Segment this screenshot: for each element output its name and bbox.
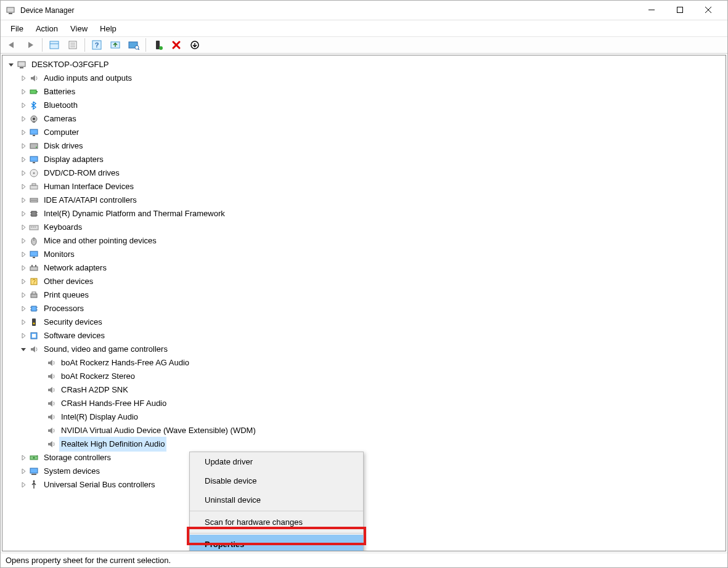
tree-category-node[interactable]: Intel(R) Dynamic Platform and Thermal Fr… [4,207,724,221]
tree-node-label: System devices [42,464,102,479]
properties-button[interactable] [64,38,81,52]
expander-icon[interactable] [18,222,28,232]
tree-device-node[interactable]: Intel(R) Display Audio [4,410,724,424]
svg-rect-65 [32,318,36,326]
close-button[interactable] [694,0,722,20]
security-icon [28,317,39,328]
expander-icon[interactable] [18,277,28,286]
tree-device-node[interactable]: CRasH Hands-Free HF Audio [4,397,724,410]
expander-icon[interactable] [18,466,28,476]
tree-node-label: Computer [42,125,81,140]
svg-rect-72 [31,474,36,475]
tree-category-node[interactable]: Sound, video and game controllers [4,343,724,356]
menu-action[interactable]: Action [30,22,64,36]
expander-icon[interactable] [18,128,28,137]
svg-point-35 [33,172,35,174]
svg-rect-53 [30,267,38,270]
svg-rect-54 [31,265,33,267]
tree-category-node[interactable]: Disk drives [4,139,724,153]
tree-category-node[interactable]: Monitors [4,248,724,261]
tree-node-label: Bluetooth [42,98,80,113]
tree-device-node[interactable]: boAt Rockerz Hands-Free AG Audio [4,356,724,370]
expander-icon[interactable] [18,182,28,192]
tree-category-node[interactable]: Audio inputs and outputs [4,71,724,85]
expander-icon[interactable] [18,87,28,97]
expander-icon[interactable] [18,73,28,83]
tree-node-label: Keyboards [42,220,84,235]
minimize-button[interactable] [637,0,666,20]
tree-category-node[interactable]: Storage controllers [4,451,724,465]
forward-button[interactable] [22,38,39,52]
tree-category-node[interactable]: Mice and other pointing devices [4,234,724,248]
show-hidden-button[interactable] [46,38,63,52]
tree-category-node[interactable]: Processors [4,302,724,315]
disable-device-button[interactable] [186,38,203,52]
device-tree[interactable]: DESKTOP-O3FGFLPAudio inputs and outputsB… [2,55,726,494]
expander-icon[interactable] [18,141,28,151]
menu-view[interactable]: View [64,22,94,36]
tree-category-node[interactable]: Bluetooth [4,99,724,112]
context-menu-item[interactable]: Properties [190,535,363,551]
tree-device-node[interactable]: CRasH A2DP SNK [4,383,724,397]
expander-icon[interactable] [18,250,28,259]
uninstall-device-button[interactable] [168,38,185,52]
tree-category-node[interactable]: System devices [4,465,724,478]
expander-icon[interactable] [18,209,28,219]
tree-category-node[interactable]: ?Other devices [4,275,724,288]
svg-text:?: ? [95,41,99,49]
update-driver-button[interactable] [107,38,124,52]
maximize-button[interactable] [666,0,694,20]
tree-category-node[interactable]: Display adapters [4,153,724,166]
expander-icon[interactable] [18,195,28,205]
expander-icon[interactable] [18,100,28,110]
tree-category-node[interactable]: Network adapters [4,261,724,275]
svg-rect-46 [31,227,32,227]
expander-icon[interactable] [18,155,28,164]
expander-icon[interactable] [18,236,28,246]
expander-icon[interactable] [18,453,28,463]
tree-category-node[interactable]: Batteries [4,85,724,99]
expander-icon[interactable] [18,304,28,314]
tree-node-label: Print queues [42,288,91,302]
expander-icon[interactable] [18,331,28,341]
context-menu-item[interactable]: Disable device [190,471,363,490]
tree-device-node[interactable]: Realtek High Definition Audio [4,437,724,451]
hid-icon [28,181,39,192]
context-menu-item[interactable]: Scan for hardware changes [190,513,363,532]
tree-category-node[interactable]: Keyboards [4,221,724,234]
menu-file[interactable]: File [4,22,30,36]
keyboard-icon [28,222,39,233]
back-button[interactable] [3,38,20,52]
help-button[interactable]: ? [88,38,105,52]
expander-icon[interactable] [18,168,28,178]
expander-icon[interactable] [18,263,28,273]
expander-spacer [36,371,46,381]
tree-category-node[interactable]: Human Interface Devices [4,180,724,193]
scan-hardware-button[interactable] [125,38,142,52]
tree-device-node[interactable]: NVIDIA Virtual Audio Device (Wave Extens… [4,424,724,437]
tree-root-node[interactable]: DESKTOP-O3FGFLP [4,58,724,71]
expander-icon[interactable] [6,60,16,70]
expander-icon[interactable] [18,114,28,124]
tree-category-node[interactable]: IDE ATA/ATAPI controllers [4,193,724,207]
tree-category-node[interactable]: Universal Serial Bus controllers [4,478,724,492]
expander-spacer [36,426,46,436]
tree-category-node[interactable]: DVD/CD-ROM drives [4,166,724,180]
expander-icon[interactable] [18,480,28,490]
context-menu-item[interactable]: Update driver [190,452,363,471]
expander-icon[interactable] [18,290,28,300]
expander-icon[interactable] [18,344,28,354]
menu-help[interactable]: Help [94,22,123,36]
svg-rect-21 [18,62,25,67]
tree-category-node[interactable]: Computer [4,126,724,139]
expander-icon[interactable] [18,317,28,327]
tree-category-node[interactable]: Print queues [4,288,724,302]
tree-device-node[interactable]: boAt Rockerz Stereo [4,370,724,383]
tree-category-node[interactable]: Security devices [4,315,724,329]
tree-category-node[interactable]: Cameras [4,112,724,126]
tree-category-node[interactable]: Software devices [4,329,724,343]
enable-device-button[interactable] [149,38,166,52]
svg-point-19 [159,46,163,50]
tree-node-label: DESKTOP-O3FGFLP [30,57,110,72]
context-menu-item[interactable]: Uninstall device [190,490,363,509]
